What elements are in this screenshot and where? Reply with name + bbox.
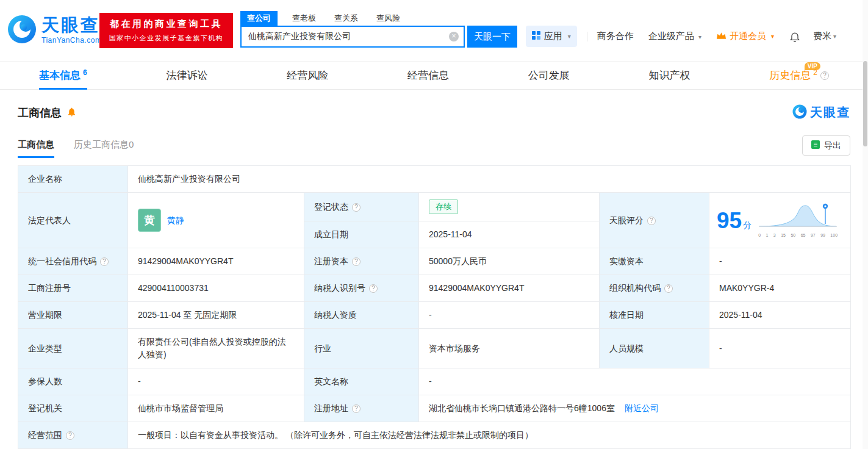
avatar[interactable]: 黄 [138,209,161,232]
tab-label: 基本信息 [39,68,81,82]
taxpayer-no-value: 91429004MAK0YYGR4T [419,275,600,302]
approve-date-value: 2025-11-04 [709,302,851,329]
help-icon[interactable]: ? [66,431,74,440]
legal-rep-label: 法定代表人 [18,193,128,248]
search-tab-boss[interactable]: 查老板 [292,13,316,26]
help-icon[interactable]: ? [100,257,109,266]
tab-company-development[interactable]: 公司发展 [528,62,570,89]
tab-intellectual-property[interactable]: 知识产权 [649,62,690,89]
subtab-business-info[interactable]: 工商信息 [18,139,54,158]
help-icon[interactable]: ? [352,404,360,413]
help-icon[interactable]: ? [820,71,829,80]
table-row: 工商注册号 429004110003731 纳税人识别号? 91429004MA… [18,275,851,302]
tab-history-info[interactable]: VIP 历史信息 2 ? [769,62,829,89]
chevron-down-icon: ▾ [568,33,571,40]
tianyancha-logo-icon [7,15,37,46]
search-input[interactable] [240,26,465,48]
search-tab-relation[interactable]: 查关系 [334,13,358,26]
apps-label: 应用 [544,31,562,42]
tab-basic-info[interactable]: 基本信息 6 [39,62,87,89]
scrollbar [863,0,868,449]
nav-enterprise[interactable]: 企业级产品 ▾ [648,31,701,42]
help-icon[interactable]: ? [664,284,673,293]
table-row: 企业名称 仙桃高新产业投资有限公司 [18,166,851,193]
chevron-down-icon: ▾ [833,33,836,40]
business-term-value: 2025-11-04 至 无固定期限 [128,302,304,329]
clear-search-icon[interactable]: × [449,32,459,41]
paid-capital-value: - [709,248,851,275]
approve-date-label: 核准日期 [600,302,709,329]
business-scope-label: 经营范围? [18,422,128,449]
label-text: 登记状态 [314,202,348,212]
crown-icon [716,31,726,41]
chevron-down-icon: ▾ [771,33,774,40]
scrollbar-thumb[interactable] [863,61,867,146]
tab-operating-info[interactable]: 经营信息 [407,62,449,89]
staff-size-value: - [709,329,851,368]
alert-bell-icon[interactable] [66,107,77,119]
nav-cooperation[interactable]: 商务合作 [597,31,634,42]
business-info-table: 企业名称 仙桃高新产业投资有限公司 法定代表人 黄 黄静 登记状态? 存续 [18,165,851,449]
staff-size-label: 人员规模 [600,329,709,368]
score-value: 95 [717,208,742,233]
search-area: 查公司 查老板 查关系 查风险 × 天眼一下 [240,12,517,48]
status-badge: 存续 [429,199,458,214]
tianyancha-logo-icon [792,104,807,121]
tianyancha-logo[interactable]: 天眼查 TianYanCha.com [7,15,101,46]
reg-address-label: 注册地址? [304,395,419,422]
help-icon[interactable]: ? [647,217,656,225]
tab-legal-proceedings[interactable]: 法律诉讼 [166,62,207,89]
vip-label: 开通会员 [730,31,766,42]
nav-open-vip[interactable]: 开通会员 ▾ [716,31,774,42]
notification-bell-icon[interactable] [789,31,801,43]
tab-operating-risk[interactable]: 经营风险 [287,62,328,89]
insured-count-value: - [128,368,304,395]
brand-domain: TianYanCha.com [41,36,101,45]
reg-capital-label: 注册资本? [304,248,419,275]
apps-grid-icon [532,31,540,41]
nearby-companies-link[interactable]: 附近公司 [625,403,659,413]
chevron-down-icon: ▾ [698,34,701,40]
score-label: 天眼评分? [600,193,709,248]
reg-authority-label: 登记机关 [18,395,128,422]
industry-label: 行业 [304,329,419,368]
english-name-value: - [419,368,851,395]
divider [587,32,587,41]
score-unit: 分 [743,220,751,230]
subtabs-row: 工商信息 历史工商信息0 导出 [18,135,850,158]
search-tab-risk[interactable]: 查风险 [376,13,400,26]
label-text: 经营范围 [28,430,62,440]
brand-name: 天眼查 [41,16,101,34]
table-row: 经营范围? 一般项目：以自有资金从事投资活动。 （除许可业务外，可自主依法经营法… [18,422,851,449]
legal-rep-link[interactable]: 黄静 [167,214,184,227]
watermark-logo: 天眼查 [792,104,850,121]
label-text: 天眼评分 [609,215,644,225]
insured-count-label: 参保人数 [18,368,128,395]
apps-menu[interactable]: 应用 ▾ [526,26,577,47]
search-button[interactable]: 天眼一下 [467,26,517,48]
tab-label: 法律诉讼 [166,68,207,82]
subtab-history-business-info[interactable]: 历史工商信息0 [74,139,134,158]
search-tab-company[interactable]: 查公司 [240,11,278,26]
help-icon[interactable]: ? [352,257,360,266]
slogan-line1: 都在用的商业查询工具 [99,18,233,30]
slogan-banner: 都在用的商业查询工具 国家中小企业发展子基金旗下机构 [99,13,233,48]
paid-capital-label: 实缴资本 [600,248,709,275]
export-button[interactable]: 导出 [802,135,850,156]
english-name-label: 英文名称 [304,368,419,395]
business-scope-value: 一般项目：以自有资金从事投资活动。 （除许可业务外，可自主依法经营法律法规非禁止… [128,422,851,449]
help-icon[interactable]: ? [369,284,378,293]
org-code-label: 组织机构代码? [600,275,709,302]
establish-date-value: 2025-11-04 [419,221,600,248]
header: 天眼查 TianYanCha.com 都在用的商业查询工具 国家中小企业发展子基… [0,0,868,61]
user-menu[interactable]: 费米 ▾ [813,31,836,42]
company-name-value: 仙桃高新产业投资有限公司 [128,166,851,193]
taxpayer-quality-label: 纳税人资质 [304,302,419,329]
taxpayer-quality-value: - [419,302,600,329]
help-icon[interactable]: ? [352,203,360,212]
score-chart: 0131550659799100 [758,201,838,239]
uscc-label: 统一社会信用代码? [18,248,128,275]
reg-capital-value: 50000万人民币 [419,248,600,275]
tab-count: 6 [83,68,87,77]
reg-authority-value: 仙桃市市场监督管理局 [128,395,304,422]
